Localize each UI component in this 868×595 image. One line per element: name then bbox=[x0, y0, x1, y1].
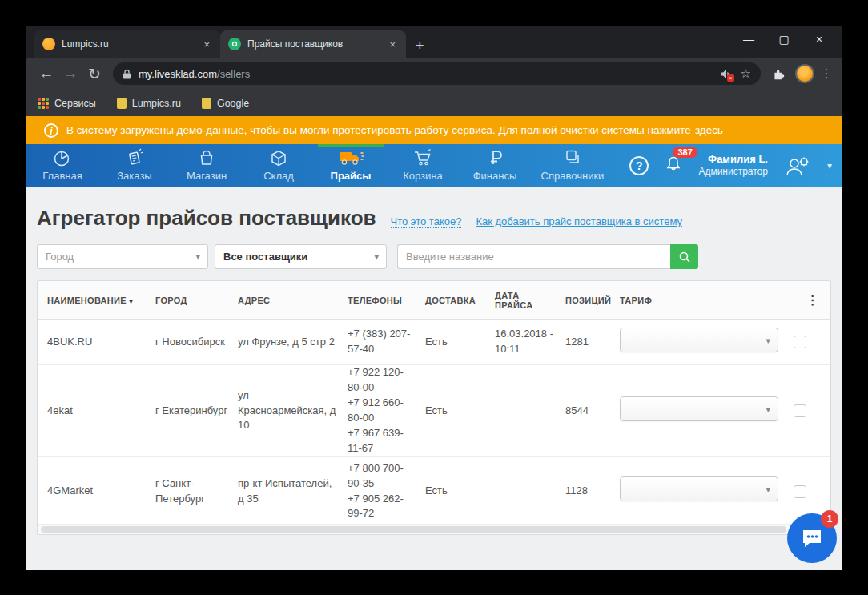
bookmark-google[interactable]: Google bbox=[202, 98, 249, 109]
new-tab-button[interactable]: + bbox=[416, 38, 424, 58]
cell-phones: +7 (383) 207-57-40 bbox=[338, 327, 416, 357]
page-title: Агрегатор прайсов поставщиков bbox=[37, 206, 376, 231]
nav-item-magazin[interactable]: Магазин bbox=[171, 144, 243, 187]
row-checkbox[interactable] bbox=[794, 404, 806, 417]
tab-lumpics[interactable]: Lumpics.ru × bbox=[34, 30, 220, 58]
cell-city: г Новосибирск bbox=[146, 335, 228, 350]
nav-item-sklad[interactable]: Склад bbox=[243, 144, 315, 187]
search-button[interactable] bbox=[670, 244, 698, 269]
cell-positions: 1281 bbox=[556, 335, 610, 350]
col-address[interactable]: АДРЕС bbox=[228, 295, 338, 305]
nav-label: Главная bbox=[42, 170, 82, 182]
col-positions[interactable]: ПОЗИЦИЙ bbox=[556, 295, 610, 305]
banner-text: В систему загружены демо-данные, чтобы в… bbox=[66, 124, 691, 136]
col-phones[interactable]: ТЕЛЕФОНЫ bbox=[338, 295, 416, 305]
how-to-add-link[interactable]: Как добавить прайс поставщика в систему bbox=[476, 215, 682, 227]
extensions-puzzle-icon[interactable] bbox=[772, 67, 786, 81]
tab-close-icon[interactable]: × bbox=[201, 38, 212, 50]
page-icon bbox=[202, 98, 211, 109]
scrollbar-thumb[interactable] bbox=[41, 526, 786, 533]
reload-button[interactable]: ↻ bbox=[82, 65, 106, 83]
clear-system-link[interactable]: здесь bbox=[695, 124, 723, 136]
page-header: Агрегатор прайсов поставщиков Что это та… bbox=[26, 187, 842, 231]
browser-menu-icon[interactable]: ⋮ bbox=[819, 66, 834, 81]
user-block[interactable]: Фамилия L. Администратор bbox=[698, 153, 768, 178]
nav-item-korzina[interactable]: Корзина bbox=[387, 144, 459, 187]
nav-label: Справочники bbox=[541, 170, 605, 182]
cell-address: ул Фрунзе, д 5 стр 2 bbox=[228, 335, 338, 350]
nav-item-spravochniki[interactable]: Справочники bbox=[531, 144, 614, 187]
user-settings-icon[interactable] bbox=[784, 154, 811, 178]
browser-window: Lumpics.ru × Прайсы поставщиков × + — ▢ … bbox=[26, 26, 842, 570]
nav-item-glavnaya[interactable]: Главная bbox=[26, 144, 98, 187]
suppliers-value: Все поставщики bbox=[223, 251, 307, 263]
chevron-down-icon: ▾ bbox=[766, 484, 770, 497]
tariff-select[interactable]: ▾ bbox=[620, 396, 778, 421]
horizontal-scrollbar[interactable] bbox=[38, 524, 830, 534]
forward-button[interactable]: → bbox=[58, 65, 82, 82]
chevron-down-icon[interactable]: ▾ bbox=[827, 160, 832, 171]
col-name[interactable]: НАИМЕНОВАНИЕ ▾ bbox=[38, 295, 146, 305]
help-icon[interactable]: ? bbox=[629, 156, 649, 175]
bookmark-star-icon[interactable]: ☆ bbox=[741, 66, 751, 81]
lumpics-favicon-icon bbox=[42, 38, 55, 50]
table-header: НАИМЕНОВАНИЕ ▾ ГОРОД АДРЕС ТЕЛЕФОНЫ ДОСТ… bbox=[38, 281, 830, 320]
mute-badge-icon: × bbox=[727, 74, 734, 82]
nav-item-finansy[interactable]: Финансы bbox=[459, 144, 531, 187]
row-checkbox[interactable] bbox=[794, 485, 806, 498]
maximize-button[interactable]: ▢ bbox=[766, 27, 802, 51]
nav-item-zakazy[interactable]: Заказы bbox=[98, 144, 171, 187]
cell-name: 4BUK.RU bbox=[38, 335, 146, 350]
chevron-down-icon: ▾ bbox=[374, 251, 379, 262]
tab-title: Lumpics.ru bbox=[62, 38, 201, 50]
suppliers-table: НАИМЕНОВАНИЕ ▾ ГОРОД АДРЕС ТЕЛЕФОНЫ ДОСТ… bbox=[37, 280, 831, 535]
tariff-select[interactable]: ▾ bbox=[620, 328, 778, 352]
table-row: 4GMarket г Санкт-Петербург пр-кт Испытат… bbox=[38, 457, 830, 526]
col-delivery[interactable]: ДОСТАВКА bbox=[416, 295, 485, 305]
address-bar[interactable]: my.livesklad.com/sellers × ☆ bbox=[113, 62, 761, 85]
cell-city: г Санкт-Петербург bbox=[146, 476, 228, 507]
tab-bar: Lumpics.ru × Прайсы поставщиков × + — ▢ … bbox=[26, 26, 842, 58]
chat-bubble-icon bbox=[800, 527, 824, 549]
nav-item-praisy[interactable]: Прайсы bbox=[315, 144, 387, 187]
url-host: my.livesklad.com bbox=[139, 68, 217, 80]
tab-sellers[interactable]: Прайсы поставщиков × bbox=[220, 30, 406, 58]
tab-muted-icon[interactable]: × bbox=[720, 69, 731, 79]
profile-avatar[interactable] bbox=[795, 64, 814, 83]
what-is-this-link[interactable]: Что это такое? bbox=[391, 215, 462, 228]
user-role: Администратор bbox=[698, 166, 768, 178]
bookmark-services[interactable]: Сервисы bbox=[38, 98, 96, 109]
row-checkbox[interactable] bbox=[794, 336, 806, 348]
column-settings-icon[interactable]: ⋮ bbox=[806, 292, 819, 308]
tab-close-icon[interactable]: × bbox=[387, 38, 398, 50]
back-button[interactable]: ← bbox=[34, 65, 58, 82]
city-select[interactable]: Город ▾ bbox=[37, 244, 208, 269]
cell-phones: +7 800 700-90-35 +7 905 262-99-72 bbox=[338, 461, 416, 521]
minimize-button[interactable]: — bbox=[731, 27, 766, 51]
notifications-bell[interactable]: 387 bbox=[665, 155, 682, 177]
chat-widget-button[interactable]: 1 bbox=[787, 513, 837, 563]
suppliers-select[interactable]: Все поставщики ▾ bbox=[215, 244, 387, 269]
search-input[interactable] bbox=[397, 244, 670, 269]
col-price-date[interactable]: ДАТА ПРАЙСА bbox=[485, 291, 556, 310]
apps-grid-icon bbox=[38, 98, 49, 109]
tab-title: Прайсы поставщиков bbox=[247, 38, 387, 50]
orders-icon bbox=[124, 148, 145, 167]
col-city[interactable]: ГОРОД bbox=[146, 295, 228, 305]
app-navigation: Главная Заказы Магазин Склад Прайсы Корз… bbox=[26, 144, 842, 187]
nav-label: Прайсы bbox=[331, 170, 372, 182]
cell-name: 4ekat bbox=[38, 404, 146, 419]
tariff-select[interactable]: ▾ bbox=[620, 476, 778, 501]
notification-count-badge: 387 bbox=[673, 147, 697, 158]
close-button[interactable]: × bbox=[802, 27, 837, 51]
cell-tariff: ▾ bbox=[610, 476, 782, 506]
cell-name: 4GMarket bbox=[38, 484, 146, 499]
cell-positions: 1128 bbox=[556, 484, 610, 499]
user-name: Фамилия L. bbox=[698, 153, 768, 166]
col-tariff[interactable]: ТАРИФ bbox=[610, 295, 782, 305]
chevron-down-icon: ▾ bbox=[766, 404, 770, 416]
chevron-down-icon: ▾ bbox=[195, 251, 200, 262]
search-icon bbox=[678, 251, 691, 263]
page-content: Агрегатор прайсов поставщиков Что это та… bbox=[26, 187, 842, 570]
bookmark-lumpics[interactable]: Lumpics.ru bbox=[117, 98, 181, 109]
